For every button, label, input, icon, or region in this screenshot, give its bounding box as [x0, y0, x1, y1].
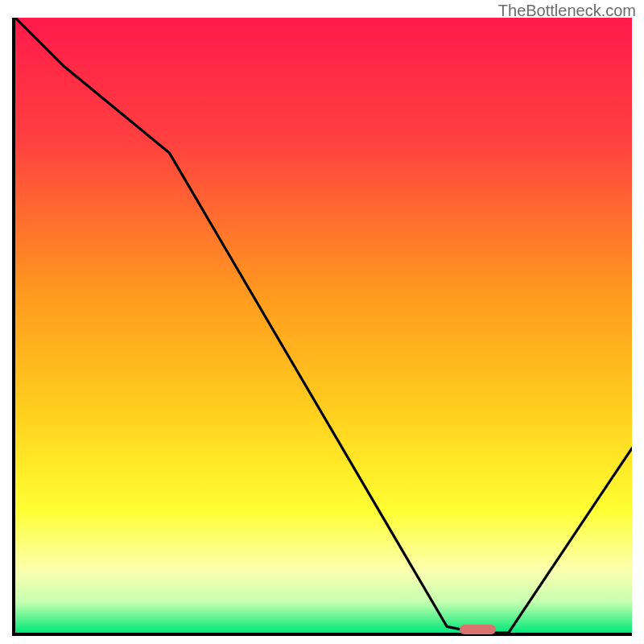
chart-plot-area	[12, 18, 632, 636]
optimum-marker	[460, 625, 497, 634]
watermark-text: TheBottleneck.com	[498, 2, 636, 20]
bottleneck-curve	[15, 18, 632, 633]
